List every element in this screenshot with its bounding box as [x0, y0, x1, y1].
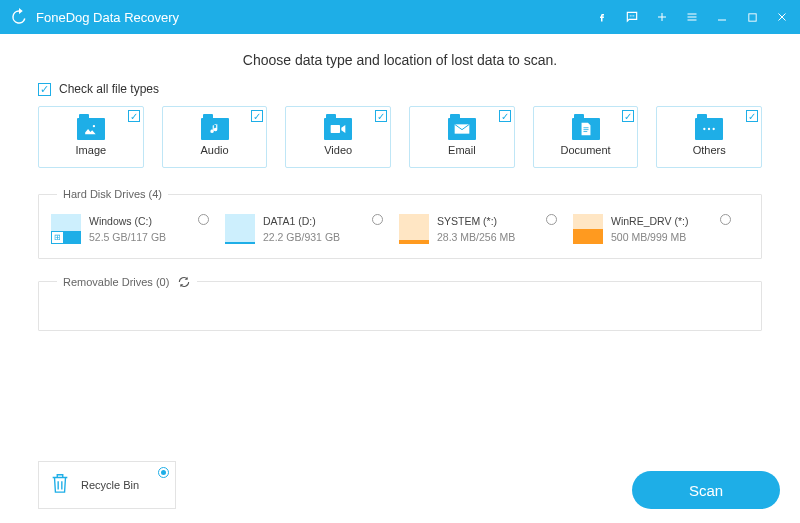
svg-rect-3 [748, 13, 755, 20]
hard-drives-section: Hard Disk Drives (4) ⊞ Windows (C:) 52.5… [38, 188, 762, 259]
check-all-label: Check all file types [59, 82, 159, 96]
type-card-image[interactable]: Image [38, 106, 144, 168]
type-label: Audio [200, 144, 228, 156]
type-checkbox[interactable] [622, 110, 634, 122]
type-checkbox[interactable] [746, 110, 758, 122]
type-label: Video [324, 144, 352, 156]
type-card-video[interactable]: Video [285, 106, 391, 168]
drive-name: WinRE_DRV (*:) [611, 214, 688, 230]
type-label: Document [560, 144, 610, 156]
file-type-grid: Image Audio Video Email Document [38, 106, 762, 168]
removable-drives-legend: Removable Drives (0) [63, 276, 169, 288]
close-icon[interactable] [774, 9, 790, 25]
recycle-bin-card[interactable]: Recycle Bin [38, 461, 176, 509]
page-heading: Choose data type and location of lost da… [38, 52, 762, 68]
drive-size: 28.3 MB/256 MB [437, 230, 515, 246]
drive-radio[interactable] [198, 214, 209, 225]
feedback-icon[interactable] [624, 9, 640, 25]
type-card-document[interactable]: Document [533, 106, 639, 168]
disk-icon [399, 214, 429, 244]
removable-drives-section: Removable Drives (0) [38, 275, 762, 331]
minimize-icon[interactable] [714, 9, 730, 25]
windows-badge-icon: ⊞ [52, 232, 63, 243]
removable-legend-row: Removable Drives (0) [57, 275, 197, 289]
drive-name: Windows (C:) [89, 214, 166, 230]
audio-icon [201, 118, 229, 140]
type-card-others[interactable]: Others [656, 106, 762, 168]
check-all-row[interactable]: Check all file types [38, 82, 762, 96]
disk-icon: ⊞ [51, 214, 81, 244]
disk-icon [573, 214, 603, 244]
email-icon [448, 118, 476, 140]
drive-item[interactable]: SYSTEM (*:) 28.3 MB/256 MB [399, 214, 561, 246]
drive-size: 52.5 GB/117 GB [89, 230, 166, 246]
image-icon [77, 118, 105, 140]
type-label: Others [693, 144, 726, 156]
plus-icon[interactable] [654, 9, 670, 25]
type-checkbox[interactable] [251, 110, 263, 122]
recycle-label: Recycle Bin [81, 479, 139, 491]
svg-point-0 [630, 15, 631, 16]
type-label: Image [76, 144, 107, 156]
trash-icon [49, 471, 71, 499]
maximize-icon[interactable] [744, 9, 760, 25]
svg-point-4 [93, 125, 95, 127]
video-icon [324, 118, 352, 140]
drive-name: SYSTEM (*:) [437, 214, 515, 230]
others-icon [695, 118, 723, 140]
svg-point-2 [633, 15, 634, 16]
svg-point-8 [708, 128, 710, 130]
app-window: FoneDog Data Recovery Choose data type a… [0, 0, 800, 523]
drive-name: DATA1 (D:) [263, 214, 340, 230]
drive-item[interactable]: ⊞ Windows (C:) 52.5 GB/117 GB [51, 214, 213, 246]
drive-radio[interactable] [372, 214, 383, 225]
type-card-email[interactable]: Email [409, 106, 515, 168]
type-card-audio[interactable]: Audio [162, 106, 268, 168]
app-logo-icon [10, 8, 28, 26]
svg-point-1 [631, 15, 632, 16]
drive-size: 500 MB/999 MB [611, 230, 688, 246]
main-content: Choose data type and location of lost da… [0, 34, 800, 523]
scan-button[interactable]: Scan [632, 471, 780, 509]
recycle-radio[interactable] [158, 467, 169, 478]
titlebar: FoneDog Data Recovery [0, 0, 800, 34]
disk-icon [225, 214, 255, 244]
document-icon [572, 118, 600, 140]
hard-drives-list: ⊞ Windows (C:) 52.5 GB/117 GB DATA1 (D:)… [51, 214, 749, 246]
bottom-bar: Recycle Bin Scan [38, 461, 780, 509]
svg-point-7 [703, 128, 705, 130]
menu-icon[interactable] [684, 9, 700, 25]
drive-radio[interactable] [546, 214, 557, 225]
type-checkbox[interactable] [128, 110, 140, 122]
drive-size: 22.2 GB/931 GB [263, 230, 340, 246]
svg-rect-5 [331, 125, 340, 133]
type-checkbox[interactable] [375, 110, 387, 122]
facebook-icon[interactable] [594, 9, 610, 25]
app-title: FoneDog Data Recovery [36, 10, 594, 25]
check-all-checkbox[interactable] [38, 83, 51, 96]
refresh-icon[interactable] [177, 275, 191, 289]
type-checkbox[interactable] [499, 110, 511, 122]
drive-item[interactable]: DATA1 (D:) 22.2 GB/931 GB [225, 214, 387, 246]
window-controls [594, 9, 790, 25]
svg-point-9 [713, 128, 715, 130]
type-label: Email [448, 144, 476, 156]
drive-item[interactable]: WinRE_DRV (*:) 500 MB/999 MB [573, 214, 735, 246]
drive-radio[interactable] [720, 214, 731, 225]
hard-drives-legend: Hard Disk Drives (4) [57, 188, 168, 200]
